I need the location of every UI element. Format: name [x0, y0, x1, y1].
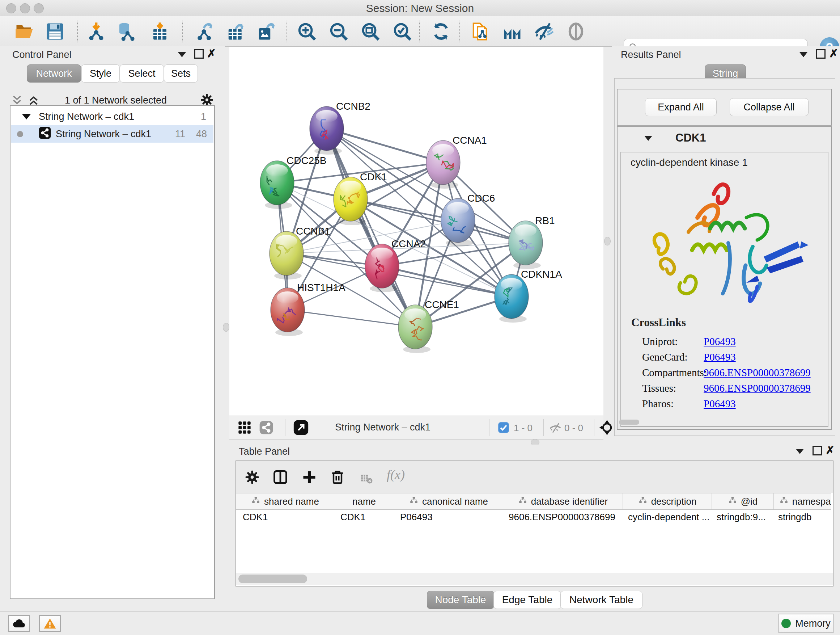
save-session-icon[interactable] — [44, 21, 66, 42]
birds-eye-view-icon[interactable] — [293, 420, 309, 437]
network-edge[interactable] — [327, 128, 415, 327]
warning-icon — [43, 618, 57, 629]
gene-description: cyclin-dependent kinase 1 — [630, 157, 748, 168]
zoom-fit-icon[interactable] — [360, 21, 381, 42]
export-image-icon[interactable] — [256, 21, 277, 42]
delete-column-icon[interactable] — [330, 469, 346, 486]
network-collection-row[interactable]: String Network – cdk1 1 — [11, 108, 213, 125]
import-table-icon[interactable] — [149, 21, 171, 42]
column-header-sharedname[interactable]: shared name — [236, 494, 334, 509]
column-header-namespace[interactable]: namespace — [774, 494, 831, 509]
node-gloss — [277, 291, 298, 304]
column-label: shared name — [264, 496, 319, 507]
table-panel-title: Table Panel — [239, 446, 290, 457]
expand-all-button[interactable]: Expand All — [645, 98, 717, 116]
add-column-icon[interactable] — [302, 469, 317, 486]
titlebar: Session: New Session — [0, 0, 840, 16]
warning-button[interactable] — [39, 615, 61, 632]
table-cell[interactable]: CDK1 — [334, 509, 393, 525]
open-file-icon[interactable] — [14, 21, 35, 42]
network-edge[interactable] — [382, 266, 512, 296]
import-network-icon[interactable] — [85, 21, 107, 42]
node-label: CDC6 — [467, 193, 495, 204]
crosslink-link[interactable]: P06493 — [704, 398, 736, 409]
import-network-database-icon[interactable] — [115, 21, 137, 42]
grid-view-icon[interactable] — [237, 420, 252, 436]
table-row[interactable]: CDK1CDK1P064939606.ENSP00000378699cyclin… — [236, 509, 831, 525]
table-cell[interactable]: P06493 — [393, 509, 502, 525]
zoom-in-icon[interactable] — [296, 21, 317, 42]
network-canvas[interactable]: CCNB2CCNA1CDC25BCDK1CDC6RB1CCNB1CCNA2CDK… — [229, 47, 603, 416]
delete-table-icon — [360, 472, 373, 486]
column-header-databaseidentifier[interactable]: database identifier — [503, 494, 623, 509]
tab-edge-table[interactable]: Edge Table — [493, 591, 561, 609]
tab-sets[interactable]: Sets — [164, 65, 198, 82]
tab-style[interactable]: Style — [81, 65, 120, 82]
results-hscrollbar-thumb[interactable] — [619, 420, 639, 424]
collapse-all-button[interactable]: Collapse All — [729, 98, 808, 116]
node-label: CCNE1 — [425, 299, 459, 310]
cloud-button[interactable] — [8, 615, 30, 632]
float-panel-icon[interactable] — [813, 446, 822, 455]
network-row[interactable]: String Network – cdk1 11 48 — [11, 125, 213, 143]
node-gloss — [340, 181, 362, 193]
tab-network[interactable]: Network — [27, 65, 81, 82]
edge-count: 48 — [196, 128, 207, 140]
table-gear-icon[interactable] — [244, 469, 260, 486]
crosslink-link[interactable]: 9606.ENSP00000378699 — [704, 367, 811, 378]
toolbar-separator — [182, 21, 183, 42]
crosslink-link[interactable]: 9606.ENSP00000378699 — [704, 382, 811, 394]
zoom-out-icon[interactable] — [328, 21, 349, 42]
crosslink-link[interactable]: P06493 — [704, 351, 736, 363]
network-edge[interactable] — [287, 310, 415, 327]
selected-checkbox-icon[interactable] — [498, 422, 509, 435]
panel-menu-icon[interactable] — [799, 52, 807, 57]
tree-expand-icon[interactable] — [22, 114, 31, 119]
panel-menu-icon[interactable] — [796, 449, 804, 454]
close-panel-icon[interactable]: ✗ — [829, 47, 838, 60]
node-label: HIST1H1A — [297, 282, 346, 293]
select-columns-icon[interactable] — [272, 469, 288, 486]
clone-network-icon[interactable] — [470, 21, 492, 42]
close-panel-icon[interactable]: ✗ — [207, 47, 216, 60]
network-edge[interactable] — [327, 128, 443, 163]
compare-networks-icon[interactable] — [501, 21, 523, 42]
crosslink-link[interactable]: P06493 — [704, 336, 736, 347]
column-label: name — [352, 496, 376, 507]
string-view-icon[interactable] — [259, 420, 273, 436]
export-table-icon[interactable] — [225, 21, 247, 42]
table-cell[interactable]: cyclin-dependent ... — [622, 509, 710, 525]
tab-select[interactable]: Select — [120, 65, 164, 82]
hide-unhide-icon[interactable] — [533, 21, 555, 42]
table-hscrollbar-thumb[interactable] — [238, 575, 307, 583]
close-panel-icon[interactable]: ✗ — [826, 444, 835, 456]
table-cell[interactable]: stringdb:9... — [710, 509, 772, 525]
crosslink-label: Tissues: — [642, 382, 704, 394]
tab-network-table[interactable]: Network Table — [561, 591, 643, 609]
table-cell[interactable]: 9606.ENSP00000378699 — [502, 509, 622, 525]
crosslink-row: GeneCard:P06493 — [642, 351, 823, 363]
tree-column-icon — [779, 496, 789, 508]
panel-menu-icon[interactable] — [178, 52, 186, 57]
vertical-splitter-grip[interactable] — [223, 323, 229, 332]
table-cell[interactable]: stringdb — [772, 509, 831, 525]
column-header-canonicalname[interactable]: canonical name — [394, 494, 503, 509]
tab-node-table[interactable]: Node Table — [427, 591, 494, 609]
export-network-icon[interactable] — [195, 21, 216, 42]
memory-button[interactable]: Memory — [778, 614, 834, 633]
vertical-splitter-grip[interactable] — [604, 237, 611, 245]
refresh-icon[interactable] — [430, 21, 452, 42]
float-panel-icon[interactable] — [816, 49, 826, 59]
column-header-id[interactable]: @id — [712, 494, 774, 509]
column-header-description[interactable]: description — [623, 494, 712, 509]
node-gloss — [432, 144, 454, 157]
float-panel-icon[interactable] — [194, 49, 204, 59]
table-cell[interactable]: CDK1 — [236, 509, 334, 525]
table-header-row: shared namenamecanonical namedatabase id… — [236, 493, 831, 510]
zoom-selected-icon[interactable] — [392, 21, 413, 42]
status-bar: Memory — [0, 611, 840, 635]
column-header-name[interactable]: name — [334, 494, 394, 509]
level-of-detail-icon[interactable] — [565, 21, 587, 42]
collapse-section-icon[interactable] — [644, 136, 652, 141]
results-panel-title: Results Panel — [621, 49, 681, 60]
